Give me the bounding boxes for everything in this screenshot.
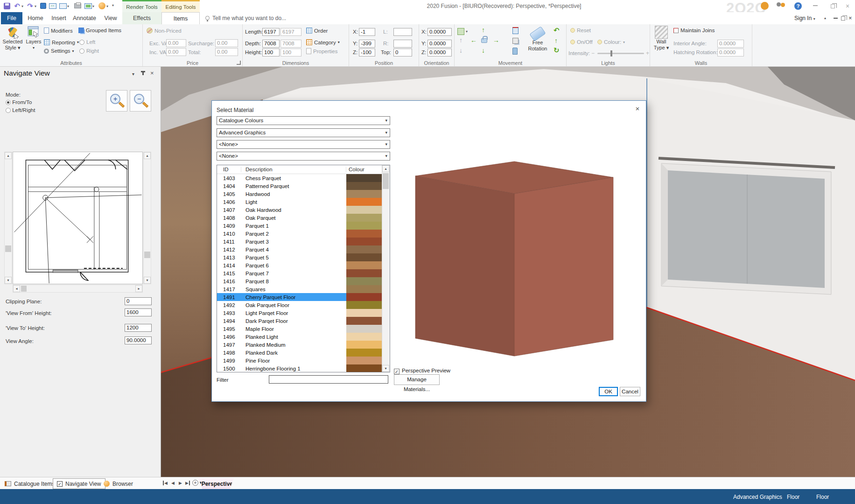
filter-input[interactable] bbox=[269, 375, 388, 384]
zoom-out-button[interactable]: − bbox=[130, 90, 151, 112]
tab-view[interactable]: View bbox=[99, 12, 122, 24]
inc-vat-field[interactable]: 0.00 bbox=[166, 48, 186, 56]
material-dropdown-2[interactable]: <None>▾ bbox=[217, 140, 390, 149]
rotate-left-icon[interactable]: ↶ bbox=[554, 27, 560, 34]
last-view-icon[interactable]: ▶ bbox=[185, 481, 190, 485]
undo-dropdown-icon[interactable]: ▾ bbox=[21, 4, 23, 8]
clipping-plane-field[interactable]: 0 bbox=[125, 297, 152, 305]
view-to-height-field[interactable]: 1200 bbox=[125, 324, 152, 332]
material-row[interactable]: 1500Herringbone Flooring 1 bbox=[217, 364, 382, 372]
length-field-2[interactable]: 6197 bbox=[280, 28, 301, 36]
rotate-cycle-icon[interactable]: ↻ bbox=[554, 47, 560, 54]
move-right-icon[interactable]: → bbox=[493, 37, 499, 43]
height-field[interactable]: 100 bbox=[262, 49, 280, 56]
material-row[interactable]: 1410Parquet 2 bbox=[217, 230, 382, 238]
left-radio[interactable]: Left bbox=[79, 39, 95, 45]
view-dropdown-icon[interactable]: ▾ bbox=[67, 4, 69, 8]
move-all-icon[interactable] bbox=[457, 28, 464, 35]
plan-scroll-left-icon[interactable]: ◂ bbox=[13, 285, 20, 292]
material-dropdown-3[interactable]: <None>▾ bbox=[217, 152, 390, 161]
wall-type-button[interactable]: Wall Type ▾ bbox=[652, 26, 671, 51]
lights-colour-button[interactable]: Colour:▾ bbox=[597, 39, 625, 45]
print-icon[interactable] bbox=[74, 2, 82, 10]
contextual-header-editing-tools[interactable]: Editing Tools bbox=[161, 0, 200, 12]
plan-horizontal-scrollbar[interactable]: ◂ ▸ bbox=[13, 285, 143, 293]
orientation-x-field[interactable]: 0.0000 bbox=[428, 28, 452, 36]
height-field-2[interactable]: 100 bbox=[280, 49, 301, 56]
plan-right-scroll-down-icon[interactable]: ▾ bbox=[144, 277, 151, 284]
panel-dropdown-icon[interactable]: ▾ bbox=[132, 71, 134, 77]
hatching-rotation-field[interactable]: 0.0000 bbox=[717, 49, 744, 56]
plan-left-scroll-down-icon[interactable]: ▾ bbox=[5, 277, 12, 284]
material-row[interactable]: 1413Parquet 5 bbox=[217, 253, 382, 261]
exc-vat-field[interactable]: 0.00 bbox=[166, 39, 186, 47]
intensity-plus-icon[interactable]: + bbox=[646, 50, 649, 56]
tab-browser[interactable]: Browser bbox=[100, 478, 137, 489]
move-all-dropdown-icon[interactable]: ▾ bbox=[466, 29, 468, 34]
list-scroll-up-icon[interactable]: ▴ bbox=[382, 165, 389, 172]
material-row[interactable]: 1497Planked Medium bbox=[217, 341, 382, 349]
list-scroll-down-icon[interactable]: ▾ bbox=[382, 365, 389, 372]
material-row[interactable]: 1417Squares bbox=[217, 285, 382, 293]
dialog-close-icon[interactable]: × bbox=[634, 105, 641, 112]
quick-access-more-icon[interactable]: ▾ bbox=[112, 3, 114, 7]
total-field[interactable]: 0.00 bbox=[215, 48, 238, 56]
material-row[interactable]: 1403Chess Parquet bbox=[217, 174, 382, 182]
add-view-icon[interactable]: + bbox=[192, 480, 198, 486]
properties-button[interactable]: Properties bbox=[306, 48, 337, 54]
maintain-joins-button[interactable]: Maintain Joins bbox=[673, 28, 715, 33]
redo-dropdown-icon[interactable]: ▾ bbox=[35, 4, 36, 8]
free-rotation-button[interactable]: Free Rotation bbox=[525, 26, 551, 52]
material-dropdown-1[interactable]: Advanced Graphics▾ bbox=[217, 128, 390, 137]
tab-insert[interactable]: Insert bbox=[48, 12, 70, 24]
render-view-dropdown-icon[interactable]: ▾ bbox=[92, 4, 94, 8]
position-top-field[interactable]: 0 bbox=[393, 49, 412, 56]
zoom-in-button[interactable]: + bbox=[106, 90, 127, 112]
material-row[interactable]: 1408Oak Parquet bbox=[217, 214, 382, 222]
plan-left-scrollbar[interactable]: ▴ ▾ bbox=[4, 152, 12, 284]
material-row[interactable]: 1414Parquet 6 bbox=[217, 261, 382, 269]
material-row[interactable]: 1415Parquet 7 bbox=[217, 269, 382, 277]
move-down-icon[interactable]: ↓ bbox=[482, 47, 485, 54]
position-z-field[interactable]: -100 bbox=[359, 49, 375, 56]
first-view-icon[interactable]: ◀ bbox=[163, 481, 168, 485]
align-corner-icon[interactable] bbox=[512, 27, 519, 34]
undo-icon[interactable]: ↶ bbox=[13, 2, 21, 10]
manage-materials-button[interactable]: Manage Materials... bbox=[394, 374, 440, 385]
tab-navigate-view[interactable]: ✓Navigate View bbox=[53, 478, 105, 489]
ok-button[interactable]: OK bbox=[599, 387, 618, 396]
help-icon[interactable]: ? bbox=[794, 2, 802, 10]
settings-button[interactable]: Settings▾ bbox=[44, 48, 74, 54]
right-radio[interactable]: Right bbox=[79, 48, 99, 54]
material-row[interactable]: 1493Light Parqet Floor bbox=[217, 309, 382, 317]
tell-me-search[interactable]: Tell me what you want to do... bbox=[205, 15, 286, 21]
perspective-preview-checkbox[interactable]: ✓Perspective Preview bbox=[394, 368, 450, 374]
lights-reset-button[interactable]: Reset bbox=[570, 28, 591, 33]
position-x-field[interactable]: -1 bbox=[359, 28, 375, 36]
surcharge-field[interactable]: 0.00 bbox=[215, 39, 238, 47]
length-field[interactable]: 6197 bbox=[262, 28, 280, 36]
view-icon[interactable] bbox=[59, 2, 67, 10]
people-icon[interactable] bbox=[777, 2, 781, 7]
view-from-height-field[interactable]: 1600 bbox=[125, 308, 152, 316]
layers-button[interactable]: Layers ▾ bbox=[24, 26, 43, 51]
tab-items[interactable]: Items bbox=[161, 12, 200, 24]
render-ball-icon[interactable] bbox=[98, 2, 106, 10]
align-offset-icon[interactable] bbox=[512, 38, 519, 44]
move-left-icon[interactable]: ← bbox=[470, 37, 477, 43]
cancel-button[interactable]: Cancel bbox=[620, 387, 640, 396]
position-r-field[interactable] bbox=[393, 40, 412, 48]
doc-close-icon[interactable]: × bbox=[848, 14, 852, 21]
material-row[interactable]: 1416Parquet 8 bbox=[217, 277, 382, 285]
material-row[interactable]: 1496Planked Light bbox=[217, 333, 382, 341]
view-angle-field[interactable]: 90.0000 bbox=[125, 336, 152, 344]
material-row[interactable]: 1404Patterned Parquet bbox=[217, 182, 382, 190]
tab-perspective-document[interactable]: *Perspective bbox=[198, 478, 234, 490]
intensity-slider[interactable] bbox=[597, 53, 644, 54]
modifiers-button[interactable]: Modifiers bbox=[44, 28, 73, 34]
contextual-header-render-tools[interactable]: Render Tools bbox=[122, 0, 161, 12]
material-row[interactable]: 1405Hardwood bbox=[217, 190, 382, 198]
material-row[interactable]: 1409Parquet 1 bbox=[217, 222, 382, 230]
lights-onoff-button[interactable]: On/Off bbox=[570, 39, 593, 45]
plan-right-scroll-up-icon[interactable]: ▴ bbox=[144, 152, 151, 159]
